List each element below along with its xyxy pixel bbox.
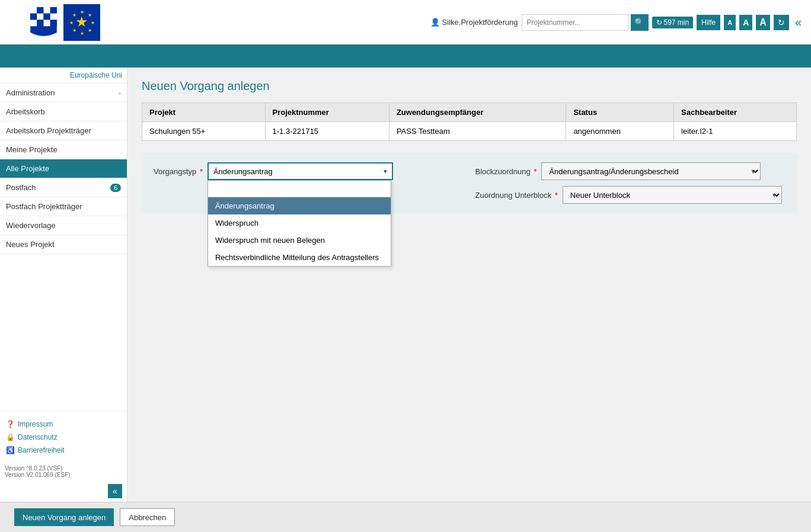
sidebar-label-postfach-projekttraeger: Postfach Projektträger — [6, 202, 82, 211]
col-status: Status — [566, 103, 674, 122]
datenschutz-link[interactable]: 🔒 Datenschutz — [6, 431, 121, 444]
sidebar-item-postfach[interactable]: Postfach 6 — [0, 178, 127, 197]
svg-text:★: ★ — [88, 12, 92, 18]
svg-rect-1 — [30, 7, 37, 14]
sidebar-item-administration[interactable]: Administration › — [0, 84, 127, 102]
sidebar-item-wiedervorlage[interactable]: Wiedervorlage — [0, 216, 127, 235]
dropdown-option-widerspruch-belegen[interactable]: Widerspruch mit neuen Belegen — [208, 232, 391, 249]
svg-rect-8 — [50, 13, 57, 20]
svg-text:★: ★ — [75, 14, 88, 30]
vorgangstyp-group: Vorgangstyp * Änderungsantrag Widerspruc… — [154, 162, 464, 180]
svg-rect-7 — [44, 13, 50, 20]
svg-rect-10 — [37, 20, 43, 26]
search-button[interactable]: 🔍 — [631, 14, 649, 31]
sidebar-footer: ❓ Impressum 🔒 Datenschutz ♿ Barrierefrei… — [0, 411, 127, 463]
dropdown-search-input[interactable] — [208, 181, 391, 197]
svg-rect-4 — [50, 7, 57, 14]
timer-value: 597 min — [664, 18, 689, 27]
back-button[interactable]: « — [793, 15, 804, 29]
sidebar-item-arbeitskorb[interactable]: Arbeitskorb — [0, 102, 127, 121]
col-projektnummer: Projektnummer — [265, 103, 389, 122]
form-section: Vorgangstyp * Änderungsantrag Widerspruc… — [142, 153, 797, 213]
svg-text:★: ★ — [80, 9, 84, 15]
required-marker: * — [197, 167, 203, 176]
vorgangstyp-select[interactable]: Änderungsantrag Widerspruch Widerspruch … — [207, 162, 393, 180]
svg-rect-12 — [50, 20, 57, 26]
impressum-label: Impressum — [18, 420, 53, 428]
sidebar-logo: Europäische Uni — [0, 68, 127, 84]
required-marker-3: * — [553, 191, 558, 200]
bavaria-logo — [27, 4, 60, 41]
dropdown-option-widerspruch[interactable]: Widerspruch — [208, 214, 391, 232]
svg-rect-6 — [37, 13, 43, 20]
question-icon: ❓ — [6, 420, 15, 428]
header-controls: 👤 Silke.Projektförderung 🔍 ↻ 597 min Hil… — [127, 14, 811, 31]
unterblock-select-wrapper: Neuer Unterblock — [563, 186, 782, 204]
font-medium-button[interactable]: A — [739, 15, 752, 30]
sidebar-collapse-button[interactable]: « — [108, 484, 122, 498]
postfach-badge: 6 — [110, 184, 121, 192]
main-layout: Europäische Uni Administration › Arbeits… — [0, 68, 811, 502]
sidebar-label-arbeitskorb-projekttraeger: Arbeitskorb Projektträger — [6, 126, 91, 135]
page-refresh-button[interactable]: ↻ — [774, 15, 789, 30]
eu-logo: ★ ★ ★ ★ ★ ★ ★ ★ ★ — [63, 4, 100, 41]
sidebar-item-postfach-projekttraeger[interactable]: Postfach Projektträger — [0, 197, 127, 216]
blockzuordnung-select[interactable]: Änderungsantrag/Änderungsbescheid — [541, 162, 761, 180]
font-large-button[interactable]: A — [756, 15, 770, 30]
table-row: Schulungen 55+ 1-1.3-221715 PASS Testtea… — [142, 122, 797, 141]
logo-area: ★ ★ ★ ★ ★ ★ ★ ★ ★ — [0, 1, 127, 44]
svg-rect-2 — [37, 7, 43, 14]
chevron-right-icon: › — [119, 89, 121, 97]
dropdown-option-aenderungsantrag[interactable]: Änderungsantrag — [208, 197, 391, 214]
cell-sachbearbeiter: leiter.I2-1 — [674, 122, 797, 141]
cancel-button[interactable]: Abbrechen — [120, 508, 175, 526]
svg-rect-3 — [44, 7, 50, 14]
user-info: 👤 Silke.Projektförderung — [430, 18, 518, 27]
zuordnung-unterblock-label: Zuordnung Unterblock * — [475, 191, 558, 200]
sidebar-item-meine-projekte[interactable]: Meine Projekte — [0, 140, 127, 159]
cell-projekt: Schulungen 55+ — [142, 122, 266, 141]
svg-rect-9 — [30, 20, 37, 26]
search-icon: 🔍 — [634, 18, 644, 27]
zuordnung-unterblock-group: Zuordnung Unterblock * Neuer Unterblock — [475, 186, 786, 204]
svg-text:★: ★ — [91, 20, 95, 25]
page-title: Neuen Vorgang anlegen — [142, 79, 797, 93]
vorgangstyp-label: Vorgangstyp * — [154, 167, 203, 176]
sidebar-label-arbeitskorb: Arbeitskorb — [6, 107, 45, 116]
version-vsf: Version ^8.0.23 (VSF) — [5, 465, 122, 472]
submit-button[interactable]: Neuen Vorgang anlegen — [14, 508, 114, 526]
username: Silke.Projektförderung — [442, 18, 518, 27]
main-content: Neuen Vorgang anlegen Projekt Projektnum… — [127, 68, 811, 502]
project-info-table: Projekt Projektnummer Zuwendungsempfänge… — [142, 102, 797, 141]
help-button[interactable]: Hilfe — [697, 15, 720, 30]
right-form-groups: Blockzuordnung * Änderungsantrag/Änderun… — [475, 162, 786, 204]
project-number-input[interactable] — [522, 14, 628, 31]
svg-text:★: ★ — [80, 31, 84, 36]
sidebar-org-label: Europäische Uni — [70, 71, 122, 79]
font-small-button[interactable]: A — [724, 15, 736, 30]
barrierefreiheit-link[interactable]: ♿ Barrierefreiheit — [6, 444, 121, 457]
sidebar-collapse-area: « — [0, 480, 127, 502]
sidebar-item-neues-projekt[interactable]: Neues Projekt — [0, 235, 127, 254]
user-icon: 👤 — [430, 18, 440, 27]
impressum-link[interactable]: ❓ Impressum — [6, 418, 121, 431]
version-esf: Version V2.01.069 (ESF) — [5, 472, 122, 478]
sidebar-item-arbeitskorb-projekttraeger[interactable]: Arbeitskorb Projektträger — [0, 121, 127, 140]
sidebar-label-postfach: Postfach — [6, 183, 36, 192]
svg-text:★: ★ — [69, 20, 74, 25]
zuordnung-unterblock-select[interactable]: Neuer Unterblock — [563, 186, 782, 204]
dropdown-option-mitteilung[interactable]: Rechtsverbindliche Mitteilung des Antrag… — [208, 249, 391, 266]
svg-text:★: ★ — [72, 28, 76, 33]
accessibility-icon: ♿ — [6, 446, 15, 454]
svg-rect-5 — [30, 13, 37, 20]
sidebar-label-meine-projekte: Meine Projekte — [6, 145, 58, 154]
blockzuordnung-group: Blockzuordnung * Änderungsantrag/Änderun… — [475, 162, 786, 180]
sidebar-item-alle-projekte[interactable]: Alle Projekte — [0, 159, 127, 178]
cell-projektnummer: 1-1.3-221715 — [265, 122, 389, 141]
svg-rect-11 — [44, 20, 50, 26]
col-projekt: Projekt — [142, 103, 266, 122]
datenschutz-label: Datenschutz — [18, 433, 58, 441]
version-info: Version ^8.0.23 (VSF) Version V2.01.069 … — [0, 463, 127, 480]
sidebar: Europäische Uni Administration › Arbeits… — [0, 68, 127, 502]
col-zuwendungsempfaenger: Zuwendungsempfänger — [389, 103, 566, 122]
